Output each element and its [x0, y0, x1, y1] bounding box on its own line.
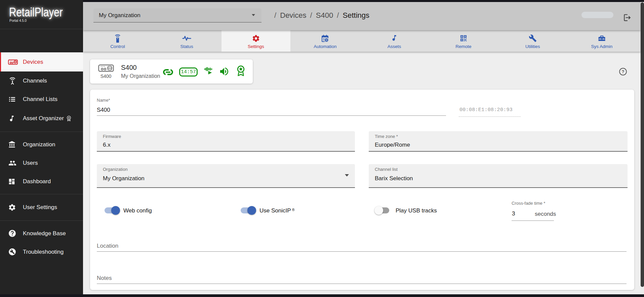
svg-text:?: ?: [622, 69, 625, 74]
